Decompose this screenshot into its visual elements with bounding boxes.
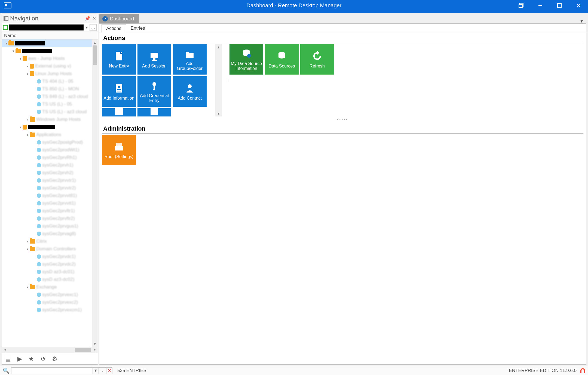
minimize-button[interactable]	[531, 0, 550, 11]
tree-item[interactable]: sysGec2postgProd)	[2, 139, 92, 146]
tree-item[interactable]: ▾	[2, 47, 92, 55]
close-button[interactable]	[569, 0, 588, 11]
tree-item[interactable]: sysGec2prvgus1)	[2, 222, 92, 230]
tree-item[interactable]: TS 850 (L) - MON	[2, 85, 92, 93]
tree-item[interactable]: ▾Domain Controllers	[2, 245, 92, 253]
tree-hscrollbar[interactable]: ◂ ▸	[2, 347, 98, 353]
scroll-left-icon[interactable]: ◂	[2, 347, 8, 353]
tree-twisty-icon[interactable]: ▸	[25, 64, 30, 68]
tree-item[interactable]: ▾Linux Jump Hosts	[2, 70, 92, 78]
tile-data-sources[interactable]: Data Sources	[265, 44, 299, 75]
tile-add-information[interactable]: Add Information	[102, 76, 136, 107]
search-dropdown-icon[interactable]: ▾	[93, 367, 99, 374]
tabbar-menu-icon[interactable]: ▼	[580, 19, 584, 23]
tile-extra-2[interactable]	[137, 108, 171, 116]
hscroll-thumb[interactable]	[75, 348, 91, 352]
tree-item[interactable]: TS 404 (L) - 05	[2, 78, 92, 85]
tree-item[interactable]: sysGec2prvh1)	[2, 161, 92, 169]
scroll-up-icon[interactable]: ▴	[92, 39, 98, 45]
splitter-grip-icon[interactable]: ⋮	[226, 44, 229, 116]
search-icon[interactable]: 🔍	[3, 367, 10, 374]
inner-tab-entries[interactable]: Entries	[126, 24, 150, 32]
tab-dashboard[interactable]: Dashboard	[99, 14, 139, 23]
tree-twisty-icon[interactable]: ▾	[4, 41, 8, 45]
actions-vscrollbar[interactable]: ▴ ▾	[215, 44, 222, 116]
pin-icon[interactable]: 📌	[85, 16, 90, 21]
tree-item[interactable]: sysGec2prvvtt1)	[2, 199, 92, 207]
tree-item[interactable]: ▸External (using v)	[2, 62, 92, 70]
tree-item[interactable]: sysGec2prvvt81)	[2, 192, 92, 199]
tree-item[interactable]: sysGec2prvvtr2)	[2, 184, 92, 192]
online-status-icon[interactable]	[580, 368, 585, 373]
datasource-dropdown-icon[interactable]: ▾	[84, 25, 90, 30]
tree-item[interactable]: sysD az3-dc01)	[2, 268, 92, 276]
tile-extra-1[interactable]	[102, 108, 136, 116]
tree-item[interactable]: sysGec2prvdc1)	[2, 253, 92, 260]
tile-add-session[interactable]: Add Session	[137, 44, 171, 75]
datasource-selector[interactable]: ▾ …	[2, 23, 98, 32]
tree-item[interactable]: TS US (L) - az3 cloud	[2, 108, 92, 116]
play-icon[interactable]: ▶	[17, 355, 22, 362]
search-options-button[interactable]: …	[99, 367, 106, 374]
tree-vscrollbar[interactable]: ▴ ▾	[92, 39, 98, 347]
svg-rect-20	[151, 108, 158, 115]
tree-twisty-icon[interactable]: ▸	[25, 118, 30, 122]
tile-icon: i	[241, 48, 252, 60]
tree-item[interactable]: ▾aws - Jump Hosts	[2, 55, 92, 62]
tree-item[interactable]: sysGec2prodWt1)	[2, 146, 92, 154]
tree-item[interactable]: sysGec2prvexcm1)	[2, 306, 92, 314]
search-input[interactable]	[11, 367, 93, 374]
tree-item[interactable]: sysGec2prvdc2)	[2, 260, 92, 268]
search-clear-button[interactable]: ✕	[106, 367, 112, 374]
tree-item[interactable]: sysGec2prvexc2)	[2, 299, 92, 306]
tree-item[interactable]: sysGec2prvftr1)	[2, 207, 92, 215]
tree-item[interactable]: TS US (L) - 05	[2, 100, 92, 108]
archive-icon[interactable]: ▤	[5, 355, 11, 362]
datasource-more-button[interactable]: …	[90, 24, 97, 31]
tree-item[interactable]: TS 849 (L) - az3 cloud	[2, 93, 92, 100]
tree-item[interactable]: ▾Exchange	[2, 283, 92, 291]
horizontal-splitter[interactable]: •••••	[99, 118, 586, 121]
scroll-right-icon[interactable]: ▸	[92, 347, 98, 353]
tree-item[interactable]: ▸Citrix	[2, 238, 92, 245]
tree-twisty-icon[interactable]: ▸	[25, 239, 30, 244]
tree-twisty-icon[interactable]: ▾	[11, 49, 16, 53]
tree-twisty-icon[interactable]: ▾	[25, 72, 30, 76]
tree-item[interactable]: sysGec2prvftr2)	[2, 215, 92, 222]
tree-twisty-icon[interactable]: ▾	[25, 247, 30, 251]
tree-item[interactable]: ▾	[2, 39, 92, 47]
scroll-down-icon[interactable]: ▾	[92, 341, 98, 347]
tree-item[interactable]: ▾	[2, 123, 92, 131]
tree-twisty-icon[interactable]: ▾	[25, 133, 30, 137]
tile-refresh[interactable]: Refresh	[300, 44, 334, 75]
history-icon[interactable]: ↺	[41, 355, 45, 362]
tile-new-entry[interactable]: New Entry	[102, 44, 136, 75]
tile-add-credential-entry[interactable]: Add Credential Entry	[137, 76, 171, 107]
tile-add-group-folder[interactable]: Add Group/Folder	[173, 44, 207, 75]
tree-item[interactable]: sysGec2prvvtr1)	[2, 177, 92, 184]
maximize-button[interactable]	[550, 0, 569, 11]
tree-item[interactable]: sysGec2prvh2)	[2, 169, 92, 177]
favorite-icon[interactable]: ★	[29, 355, 34, 362]
tile-root-settings[interactable]: Root (Settings)	[102, 135, 136, 165]
close-panel-icon[interactable]: ✕	[93, 16, 96, 21]
tree-twisty-icon[interactable]: ▾	[18, 57, 23, 61]
restore-icon[interactable]	[512, 0, 531, 11]
tree-item[interactable]: sysGec2prvRh1)	[2, 154, 92, 161]
scroll-thumb[interactable]	[93, 45, 97, 65]
inner-tab-actions[interactable]: Actions	[102, 24, 126, 32]
tile-add-contact[interactable]: Add Contact	[173, 76, 207, 107]
tree-item[interactable]: ▸Windows Jump Hosts	[2, 116, 92, 123]
tree-item[interactable]: sysGec2prvexc1)	[2, 291, 92, 299]
tree-column-header[interactable]: Name	[2, 32, 98, 39]
navigation-tree[interactable]: ▾▾▾aws - Jump Hosts▸External (using v)▾L…	[2, 39, 92, 347]
tree-item[interactable]: sysD az3-dc02)	[2, 276, 92, 283]
tree-item[interactable]: ▾Applications	[2, 131, 92, 139]
actions-scroll-up-icon[interactable]: ▴	[215, 44, 222, 50]
actions-scroll-down-icon[interactable]: ▾	[215, 110, 222, 116]
settings-icon[interactable]: ⚙	[52, 355, 57, 362]
tile-my-data-source-information[interactable]: iMy Data Source Information	[229, 44, 263, 75]
tree-item[interactable]: sysGec2prvag8)	[2, 230, 92, 238]
tree-twisty-icon[interactable]: ▾	[25, 285, 30, 289]
tree-twisty-icon[interactable]: ▾	[18, 125, 23, 129]
